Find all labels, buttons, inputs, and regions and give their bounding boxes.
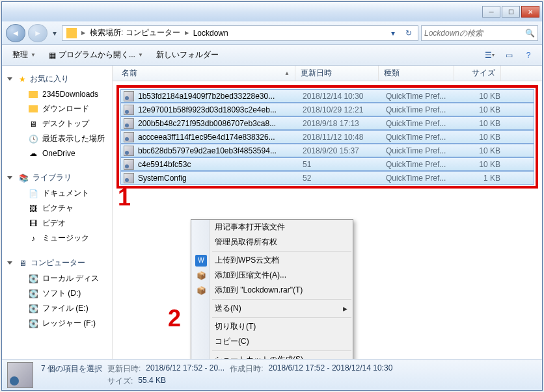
sidebar-item-pictures[interactable]: 🖼ピクチャ bbox=[2, 201, 112, 216]
chevron-down-icon[interactable] bbox=[7, 77, 12, 81]
sidebar-item-desktop[interactable]: 🖥デスクトップ bbox=[2, 116, 112, 131]
chevron-right-icon[interactable]: ▶ bbox=[183, 30, 191, 36]
pref-file-icon bbox=[124, 146, 134, 156]
maximize-button[interactable]: ☐ bbox=[502, 6, 520, 18]
column-size[interactable]: サイズ bbox=[454, 66, 501, 81]
sidebar-item-drive-d[interactable]: 💽ソフト (D:) bbox=[2, 286, 112, 301]
annotation-box-1: 1b53fd2184a19409f7b2bed33228e30...2018/1… bbox=[116, 85, 538, 189]
computer-icon: 🖥 bbox=[19, 259, 27, 268]
sidebar-item-local-disk[interactable]: 💽ローカル ディス bbox=[2, 271, 112, 286]
sidebar-item-documents[interactable]: 📄ドキュメント bbox=[2, 186, 112, 201]
column-type[interactable]: 種類 bbox=[379, 66, 454, 81]
search-box[interactable]: 🔍 bbox=[421, 25, 538, 41]
chevron-right-icon[interactable]: ▶ bbox=[79, 30, 87, 36]
library-icon: 📚 bbox=[19, 174, 29, 183]
help-icon[interactable]: ? bbox=[520, 47, 537, 63]
cm-admin-take[interactable]: 管理员取得所有权 bbox=[191, 235, 353, 250]
status-created-label: 作成日時: bbox=[230, 363, 263, 374]
file-row[interactable]: 1b53fd2184a19409f7b2bed33228e30...2018/1… bbox=[120, 89, 534, 103]
cm-add-archive[interactable]: 📦添加到压缩文件(A)... bbox=[191, 268, 353, 283]
desktop-icon: 🖥 bbox=[28, 119, 38, 129]
folder-icon bbox=[29, 105, 38, 112]
sidebar-item-onedrive[interactable]: ☁OneDrive bbox=[2, 146, 112, 161]
folder-icon bbox=[66, 28, 77, 38]
archive-icon: 📦 bbox=[195, 285, 207, 296]
forward-button[interactable]: ► bbox=[28, 24, 48, 42]
libraries-header[interactable]: 📚ライブラリ bbox=[2, 170, 112, 186]
cm-send-to[interactable]: 送る(N)▶ bbox=[191, 301, 353, 316]
search-icon[interactable]: 🔍 bbox=[525, 29, 535, 38]
pref-file-icon bbox=[124, 173, 134, 183]
file-row[interactable]: SystemConfig52QuickTime Pref...1 KB bbox=[120, 171, 534, 185]
chevron-down-icon[interactable] bbox=[7, 176, 12, 179]
new-folder-button[interactable]: 新しいフォルダー bbox=[151, 47, 224, 63]
back-button[interactable]: ◄ bbox=[6, 24, 25, 42]
star-icon: ★ bbox=[19, 75, 26, 84]
refresh-icon[interactable]: ↻ bbox=[401, 26, 416, 40]
sidebar-item-music[interactable]: ♪ミュージック bbox=[2, 231, 112, 246]
cm-copy[interactable]: コピー(C) bbox=[191, 334, 353, 349]
search-input[interactable] bbox=[424, 29, 525, 38]
cm-add-rar[interactable]: 📦添加到 "Lockdown.rar"(T) bbox=[191, 283, 353, 298]
sidebar-item-drive-f[interactable]: 💽レッジャー (F:) bbox=[2, 316, 112, 331]
breadcrumb-root[interactable]: 検索場所: コンピューター bbox=[87, 26, 183, 40]
column-date[interactable]: 更新日時 bbox=[295, 66, 379, 81]
cm-open-notepad[interactable]: 用记事本打开该文件 bbox=[191, 220, 353, 235]
preview-pane-icon[interactable]: ▭ bbox=[500, 47, 517, 63]
column-name[interactable]: 名前▲ bbox=[116, 66, 295, 81]
status-date-value: 2018/6/12 17:52 - 20... bbox=[146, 363, 224, 374]
titlebar: ─ ☐ ✕ bbox=[2, 2, 542, 21]
pref-file-icon bbox=[124, 132, 134, 142]
cm-wps-upload[interactable]: W上传到WPS云文档 bbox=[191, 253, 353, 268]
minimize-button[interactable]: ─ bbox=[482, 6, 500, 18]
pref-file-icon bbox=[124, 118, 134, 129]
video-icon: 🎞 bbox=[28, 218, 38, 229]
file-row[interactable]: 12e97001b58f9923d03d18093c2e4eb...2018/1… bbox=[120, 103, 534, 116]
file-row[interactable]: c4e5914bfc53c51QuickTime Pref...10 KB bbox=[120, 157, 534, 171]
navigation-bar: ◄ ► ▾ ▶ 検索場所: コンピューター ▶ Lockdown ▾ ↻ 🔍 bbox=[2, 21, 542, 45]
recent-icon: 🕓 bbox=[28, 134, 38, 144]
status-size-label: サイズ: bbox=[107, 376, 133, 387]
drive-icon: 💽 bbox=[28, 274, 38, 284]
program-icon: ▦ bbox=[49, 51, 56, 60]
wps-icon: W bbox=[195, 255, 207, 267]
drive-icon: 💽 bbox=[28, 289, 38, 299]
file-row[interactable]: 200b5b48c271f953db0086707eb3ca8...2018/9… bbox=[120, 116, 534, 130]
sidebar-item-recent[interactable]: 🕓最近表示した場所 bbox=[2, 131, 112, 146]
annotation-number-1: 1 bbox=[118, 184, 131, 211]
file-row[interactable]: accceea3ff114f1ec95e4d174e838326...2018/… bbox=[120, 130, 534, 144]
address-bar[interactable]: ▶ 検索場所: コンピューター ▶ Lockdown ▾ ↻ bbox=[62, 25, 418, 41]
drive-icon: 💽 bbox=[28, 304, 38, 314]
sidebar-item-2345downloads[interactable]: 2345Downloads bbox=[2, 87, 112, 101]
file-row[interactable]: bbc628db5797e9d2ae10eb3f4853594...2018/9… bbox=[120, 144, 534, 157]
close-button[interactable]: ✕ bbox=[521, 6, 539, 18]
chevron-down-icon[interactable] bbox=[7, 261, 12, 265]
organize-menu[interactable]: 整理▼ bbox=[7, 47, 41, 63]
computer-header[interactable]: 🖥コンピューター bbox=[2, 255, 112, 271]
open-with-program[interactable]: ▦プログラムから開く...▼ bbox=[44, 47, 148, 63]
document-icon: 📄 bbox=[28, 189, 38, 199]
status-size-value: 55.4 KB bbox=[138, 376, 166, 387]
drive-icon: 💽 bbox=[28, 319, 38, 329]
history-dropdown[interactable]: ▾ bbox=[50, 24, 59, 42]
status-thumbnail bbox=[7, 362, 33, 388]
annotation-number-2: 2 bbox=[168, 305, 181, 332]
picture-icon: 🖼 bbox=[28, 203, 38, 214]
explorer-window: ─ ☐ ✕ ◄ ► ▾ ▶ 検索場所: コンピューター ▶ Lockdown ▾… bbox=[1, 1, 543, 391]
favorites-header[interactable]: ★お気に入り bbox=[2, 71, 112, 87]
sidebar-item-drive-e[interactable]: 💽ファイル (E:) bbox=[2, 301, 112, 316]
breadcrumb-folder[interactable]: Lockdown bbox=[191, 27, 231, 39]
toolbar: 整理▼ ▦プログラムから開く...▼ 新しいフォルダー ☰▾ ▭ ? bbox=[2, 45, 542, 66]
sidebar-item-videos[interactable]: 🎞ビデオ bbox=[2, 216, 112, 231]
cm-cut[interactable]: 切り取り(T) bbox=[191, 319, 353, 334]
pref-file-icon bbox=[124, 159, 134, 170]
folder-icon bbox=[29, 91, 38, 98]
cm-shortcut[interactable]: ショートカットの作成(S) bbox=[191, 352, 353, 359]
status-bar: 7 個の項目を選択 更新日時: 2018/6/12 17:52 - 20... … bbox=[2, 359, 542, 390]
addr-dropdown-icon[interactable]: ▾ bbox=[385, 26, 401, 40]
status-date-label: 更新日時: bbox=[107, 363, 141, 374]
cloud-icon: ☁ bbox=[28, 148, 38, 159]
sidebar-item-downloads[interactable]: ダウンロード bbox=[2, 101, 112, 116]
navigation-pane: ★お気に入り 2345Downloads ダウンロード 🖥デスクトップ 🕓最近表… bbox=[2, 66, 113, 359]
view-options-icon[interactable]: ☰▾ bbox=[481, 47, 498, 63]
